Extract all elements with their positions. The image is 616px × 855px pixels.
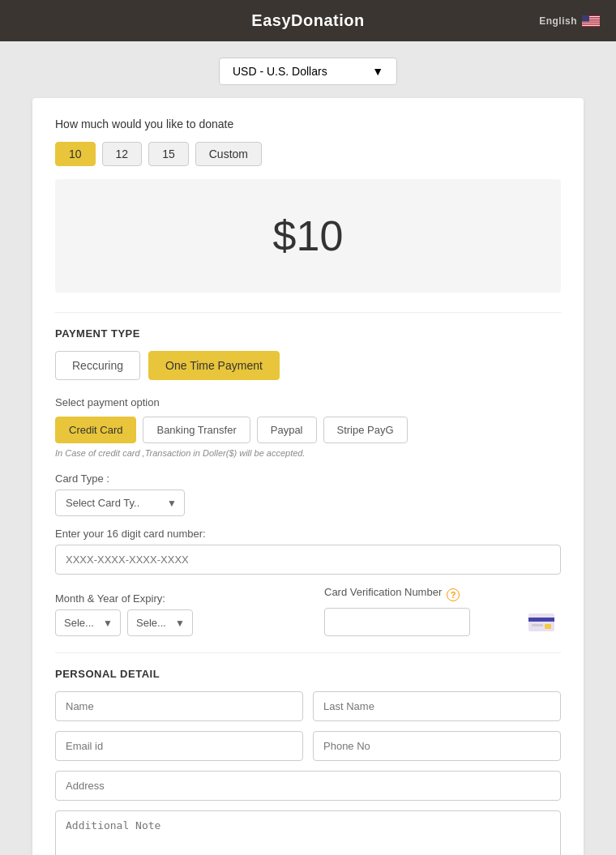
note-row (55, 810, 561, 855)
card-type-select[interactable]: Select Card Ty.. Visa Mastercard Amex Di… (55, 489, 185, 516)
amount-buttons-group: 10 12 15 Custom (55, 142, 561, 166)
expiry-selects: Sele... 01020304 05060708 09101112 ▼ Sel… (55, 609, 292, 636)
cvv-card-icon (528, 613, 554, 631)
address-input[interactable] (55, 771, 561, 801)
svg-rect-12 (582, 25, 600, 26)
donation-card: How much would you like to donate 10 12 … (32, 98, 584, 855)
card-type-label: Card Type : (55, 472, 561, 485)
last-name-input[interactable] (313, 691, 561, 721)
payment-type-label: PAYMENT TYPE (55, 327, 561, 340)
stripe-button[interactable]: Stripe PayG (323, 417, 408, 443)
payment-type-group: Reccuring One Time Payment (55, 351, 561, 380)
svg-rect-15 (528, 618, 554, 622)
svg-rect-11 (582, 24, 600, 25)
amount-button-custom[interactable]: Custom (195, 142, 262, 166)
credit-card-info: In Case of credit card ,Transaction in D… (55, 448, 561, 458)
address-row (55, 771, 561, 801)
expiry-month-wrapper: Sele... 01020304 05060708 09101112 ▼ (55, 609, 121, 636)
name-row (55, 691, 561, 721)
amount-button-15[interactable]: 15 (148, 142, 189, 166)
amount-display: $10 (55, 179, 561, 293)
payment-options-group: Credit Card Banking Transfer Paypal Stri… (55, 417, 561, 443)
svg-rect-10 (582, 24, 600, 24)
divider-2 (55, 652, 561, 653)
recurring-button[interactable]: Reccuring (55, 351, 140, 380)
card-type-row: Card Type : Select Card Ty.. Visa Master… (55, 472, 561, 516)
cvv-label-row: Card Verification Number ? (324, 586, 561, 603)
svg-rect-17 (545, 624, 551, 629)
svg-rect-9 (582, 23, 600, 24)
expiry-year-select[interactable]: Sele... 2024202520262027 202820292030 (127, 609, 193, 636)
cvv-label: Card Verification Number (324, 586, 442, 598)
currency-dropdown-arrow: ▼ (372, 65, 383, 78)
phone-input[interactable] (313, 731, 561, 761)
amount-button-12[interactable]: 12 (102, 142, 143, 166)
credit-card-button[interactable]: Credit Card (55, 417, 136, 443)
one-time-button[interactable]: One Time Payment (148, 351, 280, 380)
expiry-year-wrapper: Sele... 2024202520262027 202820292030 ▼ (127, 609, 193, 636)
banking-transfer-button[interactable]: Banking Transfer (143, 417, 250, 443)
svg-rect-16 (532, 624, 543, 626)
us-flag-icon (582, 15, 600, 27)
amount-button-10[interactable]: 10 (55, 142, 96, 166)
note-textarea[interactable] (55, 810, 561, 855)
app-title: EasyDonation (251, 11, 364, 29)
expiry-cvv-row: Month & Year of Expiry: Sele... 01020304… (55, 586, 561, 636)
cvv-help-icon[interactable]: ? (447, 588, 460, 601)
payment-option-label: Select payment option (55, 396, 561, 408)
email-input[interactable] (55, 731, 303, 761)
svg-rect-7 (582, 21, 600, 22)
cvv-section: Card Verification Number ? (324, 586, 561, 636)
currency-dropdown[interactable]: USD - U.S. Dollars ▼ (219, 58, 397, 85)
cvv-input-wrapper (324, 608, 561, 636)
paypal-button[interactable]: Paypal (257, 417, 317, 443)
divider-1 (55, 312, 561, 313)
card-number-row: Enter your 16 digit card number: (55, 528, 561, 575)
name-input[interactable] (55, 691, 303, 721)
personal-detail-label: PERSONAL DETAIL (55, 668, 561, 680)
svg-rect-13 (582, 15, 589, 22)
currency-value: USD - U.S. Dollars (233, 65, 327, 78)
language-label: English (539, 15, 577, 27)
donation-question: How much would you like to donate (55, 118, 561, 130)
header: EasyDonation English (0, 0, 616, 41)
expiry-section: Month & Year of Expiry: Sele... 01020304… (55, 592, 292, 636)
language-selector[interactable]: English (539, 15, 600, 27)
card-number-label: Enter your 16 digit card number: (55, 528, 561, 540)
card-type-select-wrapper: Select Card Ty.. Visa Mastercard Amex Di… (55, 489, 185, 516)
expiry-label: Month & Year of Expiry: (55, 592, 292, 605)
cvv-input[interactable] (324, 608, 470, 636)
card-number-input[interactable] (55, 545, 561, 575)
expiry-month-select[interactable]: Sele... 01020304 05060708 09101112 (55, 609, 121, 636)
svg-rect-8 (582, 22, 600, 23)
personal-section: PERSONAL DETAIL (55, 668, 561, 855)
email-phone-row (55, 731, 561, 761)
